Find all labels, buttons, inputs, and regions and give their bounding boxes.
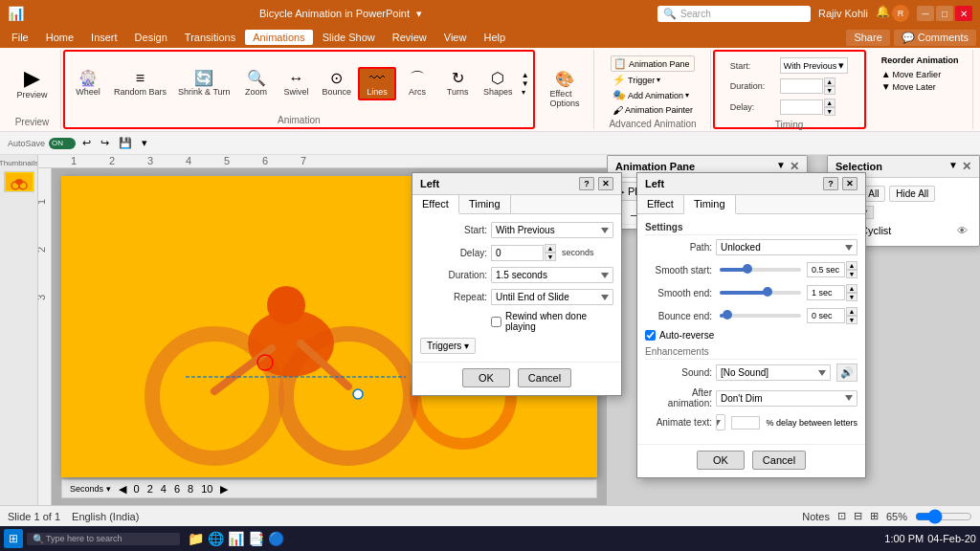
- qa-save-btn[interactable]: 💾: [116, 136, 135, 150]
- notes-btn[interactable]: Notes: [802, 511, 830, 522]
- zoom-slider[interactable]: [915, 509, 972, 524]
- sound-settings-btn[interactable]: 🔊: [836, 364, 858, 382]
- close-button[interactable]: ✕: [955, 6, 972, 21]
- dialog-left-cancel-btn[interactable]: Cancel: [518, 368, 571, 387]
- anim-turns-btn[interactable]: ↻ Turns: [438, 68, 477, 99]
- maximize-button[interactable]: □: [936, 6, 953, 21]
- view-normal-icon[interactable]: ⊡: [837, 510, 846, 522]
- delay-form-up[interactable]: ▲: [545, 244, 556, 253]
- bounce-end-spinner[interactable]: ▲ ▼: [807, 307, 858, 324]
- anim-randombars-btn[interactable]: ≡ Random Bars: [109, 68, 171, 99]
- view-slide-icon[interactable]: ⊟: [854, 510, 862, 522]
- smooth-end-thumb[interactable]: [763, 287, 772, 297]
- smooth-start-down[interactable]: ▼: [846, 270, 858, 278]
- dialog-right-ok-btn[interactable]: OK: [697, 451, 745, 470]
- move-later-btn[interactable]: ▼ Move Later: [881, 81, 936, 92]
- duration-down[interactable]: ▼: [824, 86, 835, 95]
- sel-pane-close[interactable]: ✕: [962, 160, 971, 173]
- start-form-select[interactable]: With Previous: [491, 222, 613, 238]
- delay-spinner[interactable]: 00.00 ▲ ▼: [780, 99, 835, 116]
- smooth-start-slider-track[interactable]: [720, 268, 801, 272]
- smooth-end-down[interactable]: ▼: [846, 293, 858, 301]
- anim-zoom-btn[interactable]: 🔍 Zoom: [237, 68, 276, 99]
- anim-pane-close[interactable]: ✕: [790, 160, 799, 173]
- taskbar-excel[interactable]: 📊: [228, 531, 244, 546]
- dialog-right-close-btn[interactable]: ✕: [842, 177, 858, 190]
- animation-pane-btn[interactable]: 📋 Animation Pane: [611, 55, 695, 72]
- bounce-end-input[interactable]: [807, 308, 845, 323]
- anim-shrinkturn-btn[interactable]: 🔄 Shrink & Turn: [173, 68, 235, 99]
- taskbar-explorer[interactable]: 📁: [188, 531, 204, 546]
- effect-options-btn[interactable]: 🎨 EffectOptions: [546, 67, 585, 111]
- dialog-left-close-btn[interactable]: ✕: [598, 177, 613, 190]
- smooth-end-up[interactable]: ▲: [846, 284, 858, 293]
- menu-share[interactable]: Share: [846, 30, 889, 46]
- minimize-button[interactable]: ─: [917, 6, 934, 21]
- repeat-form-select[interactable]: Until End of Slide: [491, 289, 613, 305]
- anim-lines-btn[interactable]: 〰 Lines: [358, 67, 396, 100]
- preview-button[interactable]: ▶ Preview: [11, 65, 52, 102]
- smooth-end-slider-track[interactable]: [720, 291, 801, 295]
- anim-swivel-btn[interactable]: ↔ Swivel: [278, 68, 316, 99]
- dialog-right-tab-effect[interactable]: Effect: [637, 195, 684, 213]
- dialog-left-ok-btn[interactable]: OK: [462, 368, 510, 387]
- delay-up[interactable]: ▲: [824, 99, 835, 107]
- qa-redo-btn[interactable]: ↪: [98, 136, 112, 150]
- add-animation-btn[interactable]: 🎭 Add Animation ▾: [611, 88, 691, 102]
- dialog-left-title-bar[interactable]: Left ? ✕: [412, 173, 621, 195]
- seconds-nav-right[interactable]: ▶: [220, 483, 228, 496]
- bounce-end-slider-track[interactable]: [720, 314, 801, 318]
- delay-down[interactable]: ▼: [824, 107, 835, 116]
- menu-animations[interactable]: Animations: [245, 30, 312, 45]
- menu-slideshow[interactable]: Slide Show: [315, 30, 383, 45]
- bounce-end-thumb[interactable]: [723, 310, 732, 320]
- dialog-left-help-btn[interactable]: ?: [579, 177, 594, 190]
- rewind-checkbox[interactable]: [491, 317, 501, 327]
- anim-scroll-down[interactable]: ▼: [522, 79, 529, 88]
- bounce-end-down[interactable]: ▼: [846, 316, 858, 324]
- delay-form-down[interactable]: ▼: [545, 253, 556, 261]
- seconds-label[interactable]: Seconds ▾: [70, 484, 111, 494]
- animate-text-select[interactable]: [716, 414, 725, 430]
- autosave-toggle[interactable]: ON: [49, 138, 76, 149]
- seconds-nav-left[interactable]: ◀: [119, 483, 126, 496]
- dialog-left-tab-timing[interactable]: Timing: [459, 195, 511, 213]
- smooth-start-up[interactable]: ▲: [846, 261, 858, 270]
- anim-wheel-btn[interactable]: 🎡 Wheel: [69, 68, 107, 99]
- taskbar-search[interactable]: 🔍 Type here to search: [27, 533, 180, 545]
- delay-form-spinner[interactable]: ▲ ▼: [491, 244, 556, 261]
- anim-pane-expand-icon[interactable]: ▼: [776, 160, 786, 173]
- start-button[interactable]: ⊞: [4, 529, 23, 548]
- duration-input[interactable]: 01.50: [780, 78, 823, 94]
- menu-help[interactable]: Help: [476, 30, 513, 45]
- anim-scroll-up[interactable]: ▲: [522, 71, 529, 79]
- menu-transitions[interactable]: Transitions: [177, 30, 243, 45]
- duration-spinner[interactable]: 01.50 ▲ ▼: [780, 77, 835, 95]
- title-search[interactable]: 🔍 Search: [657, 6, 811, 22]
- start-dropdown[interactable]: With Previous ▾: [780, 57, 849, 74]
- smooth-start-spinner[interactable]: ▲ ▼: [807, 261, 858, 278]
- title-dropdown-icon[interactable]: ▾: [416, 8, 422, 19]
- duration-up[interactable]: ▲: [824, 77, 835, 86]
- duration-form-select[interactable]: 1.5 seconds: [491, 267, 613, 283]
- dialog-right-title-bar[interactable]: Left ? ✕: [637, 173, 865, 195]
- path-select[interactable]: Unlocked: [716, 239, 858, 255]
- delay-pct-input[interactable]: [731, 416, 760, 430]
- anim-bounce-btn[interactable]: ⊙ Bounce: [318, 68, 357, 99]
- menu-insert[interactable]: Insert: [83, 30, 125, 45]
- dialog-right-cancel-btn[interactable]: Cancel: [752, 451, 806, 470]
- slide-thumbnail-1[interactable]: [4, 171, 34, 192]
- qa-more-btn[interactable]: ▾: [139, 136, 150, 150]
- anim-more[interactable]: ▾: [522, 88, 529, 97]
- menu-review[interactable]: Review: [385, 30, 434, 45]
- menu-view[interactable]: View: [436, 30, 475, 45]
- sound-select[interactable]: [No Sound]: [716, 364, 831, 381]
- smooth-start-thumb[interactable]: [743, 264, 752, 274]
- delay-input[interactable]: 00.00: [780, 99, 823, 115]
- menu-design[interactable]: Design: [127, 30, 175, 45]
- menu-file[interactable]: File: [4, 30, 36, 45]
- anim-arcs-btn[interactable]: ⌒ Arcs: [398, 68, 436, 99]
- sel-pane-expand-icon[interactable]: ▼: [948, 160, 958, 173]
- taskbar-powerpoint[interactable]: 📑: [248, 531, 264, 546]
- smooth-end-input[interactable]: [807, 285, 845, 300]
